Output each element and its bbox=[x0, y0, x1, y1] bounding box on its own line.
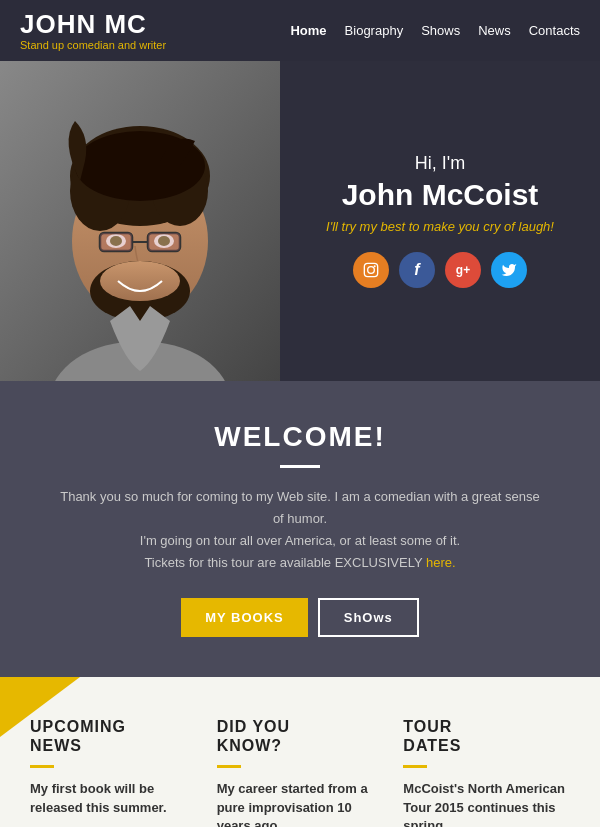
shows-button[interactable]: ShOws bbox=[318, 598, 419, 637]
did-you-know-col: DID YOUKNOW? My career started from a pu… bbox=[217, 717, 384, 827]
main-nav: Home Biography Shows News Contacts bbox=[290, 23, 580, 38]
upcoming-news-divider bbox=[30, 765, 54, 768]
tour-dates-lead: McCoist's North American Tour 2015 conti… bbox=[403, 780, 570, 827]
welcome-section: WELCOME! Thank you so much for coming to… bbox=[0, 381, 600, 677]
welcome-buttons: MY BOOKS ShOws bbox=[60, 598, 540, 637]
svg-point-21 bbox=[374, 265, 376, 267]
hero-name: John McCoist bbox=[342, 178, 539, 211]
tour-dates-col: TOURDATES McCoist's North American Tour … bbox=[403, 717, 570, 827]
hero-text: Hi, I'm John McCoist I'll try my best to… bbox=[280, 61, 600, 381]
nav-news[interactable]: News bbox=[478, 23, 511, 38]
did-you-know-divider bbox=[217, 765, 241, 768]
brand: JOHN MC Stand up comedian and writer bbox=[20, 10, 166, 51]
social-icons: f g+ bbox=[353, 252, 527, 288]
site-title: JOHN MC bbox=[20, 10, 166, 39]
upcoming-news-lead: My first book will be released this summ… bbox=[30, 780, 197, 816]
nav-biography[interactable]: Biography bbox=[345, 23, 404, 38]
svg-point-20 bbox=[368, 267, 375, 274]
welcome-divider bbox=[280, 465, 320, 468]
nav-home[interactable]: Home bbox=[290, 23, 326, 38]
google-icon[interactable]: g+ bbox=[445, 252, 481, 288]
header: JOHN MC Stand up comedian and writer Hom… bbox=[0, 0, 600, 61]
nav-contacts[interactable]: Contacts bbox=[529, 23, 580, 38]
hero-greeting: Hi, I'm bbox=[415, 153, 465, 174]
svg-rect-15 bbox=[100, 233, 132, 251]
welcome-link[interactable]: here. bbox=[426, 555, 456, 570]
welcome-text: Thank you so much for coming to my Web s… bbox=[60, 486, 540, 574]
facebook-icon[interactable]: f bbox=[399, 252, 435, 288]
did-you-know-lead: My career started from a pure improvisat… bbox=[217, 780, 384, 827]
svg-rect-19 bbox=[364, 263, 377, 276]
svg-rect-16 bbox=[148, 233, 180, 251]
tour-dates-divider bbox=[403, 765, 427, 768]
hero-section: Hi, I'm John McCoist I'll try my best to… bbox=[0, 61, 600, 381]
hero-tagline: I'll try my best to make you cry of laug… bbox=[326, 219, 554, 234]
hero-photo bbox=[0, 61, 280, 381]
welcome-heading: WELCOME! bbox=[60, 421, 540, 453]
site-subtitle: Stand up comedian and writer bbox=[20, 39, 166, 51]
upcoming-news-col: UPCOMINGNEWS My first book will be relea… bbox=[30, 717, 197, 827]
upcoming-news-heading: UPCOMINGNEWS bbox=[30, 717, 197, 755]
my-books-button[interactable]: MY BOOKS bbox=[181, 598, 308, 637]
instagram-icon[interactable] bbox=[353, 252, 389, 288]
did-you-know-heading: DID YOUKNOW? bbox=[217, 717, 384, 755]
tour-dates-heading: TOURDATES bbox=[403, 717, 570, 755]
welcome-body: Thank you so much for coming to my Web s… bbox=[60, 489, 540, 570]
twitter-icon[interactable] bbox=[491, 252, 527, 288]
nav-shows[interactable]: Shows bbox=[421, 23, 460, 38]
bottom-section: UPCOMINGNEWS My first book will be relea… bbox=[0, 677, 600, 827]
svg-point-18 bbox=[100, 261, 180, 301]
